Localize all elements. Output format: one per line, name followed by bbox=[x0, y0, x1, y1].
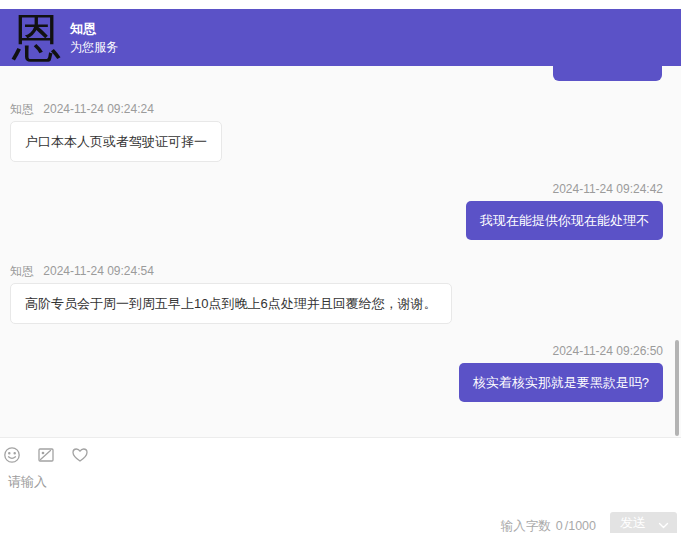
chat-scrollbar[interactable] bbox=[675, 340, 679, 436]
user-message: 2024-11-24 09:24:42 我现在能提供你现在能处理不 bbox=[10, 182, 663, 240]
chat-window: 恩 知恩 为您服务 知恩 2024-11-24 09:24:24 户口本本人页或… bbox=[0, 0, 681, 533]
send-button-label: 发送 bbox=[620, 514, 646, 532]
composer-toolbar bbox=[0, 438, 681, 464]
message-meta: 知恩 2024-11-24 09:24:24 bbox=[10, 102, 154, 117]
chat-message-area[interactable]: 知恩 2024-11-24 09:24:24 户口本本人页或者驾驶证可择一 20… bbox=[0, 66, 681, 438]
message-timestamp: 2024-11-24 09:26:50 bbox=[552, 344, 663, 358]
char-count-value: 0 bbox=[556, 519, 563, 533]
message-timestamp: 2024-11-24 09:24:24 bbox=[43, 102, 154, 116]
char-count-label: 输入字数 bbox=[501, 519, 551, 533]
message-bubble: 核实着核实那就是要黑款是吗? bbox=[459, 363, 663, 402]
char-count-limit: /1000 bbox=[565, 519, 596, 533]
chat-header: 恩 知恩 为您服务 bbox=[0, 9, 681, 66]
message-bubble: 我现在能提供你现在能处理不 bbox=[466, 201, 663, 240]
message-bubble: 户口本本人页或者驾驶证可择一 bbox=[10, 121, 222, 162]
user-message: 2024-11-24 09:26:50 核实着核实那就是要黑款是吗? bbox=[10, 344, 663, 402]
brand-logo: 恩 bbox=[10, 13, 64, 63]
message-timestamp: 2024-11-24 09:24:54 bbox=[43, 264, 154, 278]
send-button[interactable]: 发送 bbox=[610, 512, 677, 533]
message-meta: 2024-11-24 09:24:42 bbox=[552, 182, 663, 197]
clipped-previous-message-bubble bbox=[553, 66, 662, 81]
top-strip bbox=[0, 0, 681, 9]
image-icon[interactable] bbox=[37, 446, 55, 464]
message-meta: 2024-11-24 09:26:50 bbox=[552, 344, 663, 359]
emoji-icon[interactable] bbox=[3, 446, 21, 464]
agent-name: 知恩 bbox=[70, 21, 118, 37]
agent-message: 知恩 2024-11-24 09:24:54 高阶专员会于周一到周五早上10点到… bbox=[10, 264, 663, 324]
sender-name: 知恩 bbox=[10, 264, 34, 278]
agent-message: 知恩 2024-11-24 09:24:24 户口本本人页或者驾驶证可择一 bbox=[10, 102, 663, 162]
message-timestamp: 2024-11-24 09:24:42 bbox=[552, 182, 663, 196]
agent-tagline: 为您服务 bbox=[70, 39, 118, 55]
char-count: 输入字数0/1000 bbox=[501, 518, 596, 533]
heart-icon[interactable] bbox=[71, 446, 89, 464]
composer-bottom-bar: 输入字数0/1000 发送 bbox=[501, 512, 677, 533]
message-list: 知恩 2024-11-24 09:24:24 户口本本人页或者驾驶证可择一 20… bbox=[0, 102, 681, 402]
message-bubble: 高阶专员会于周一到周五早上10点到晚上6点处理并且回覆给您，谢谢。 bbox=[10, 283, 452, 324]
message-meta: 知恩 2024-11-24 09:24:54 bbox=[10, 264, 154, 279]
sender-name: 知恩 bbox=[10, 102, 34, 116]
chevron-down-icon bbox=[658, 519, 669, 530]
message-input[interactable]: 请输入 bbox=[8, 473, 681, 491]
header-titles: 知恩 为您服务 bbox=[70, 21, 118, 55]
